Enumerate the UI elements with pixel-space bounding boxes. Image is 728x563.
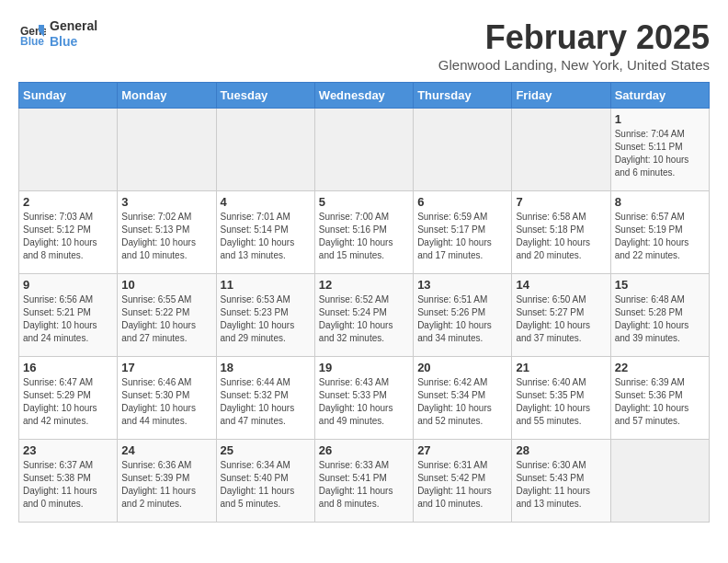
calendar-row-1: 2Sunrise: 7:03 AM Sunset: 5:12 PM Daylig… xyxy=(19,191,710,274)
calendar-cell: 1Sunrise: 7:04 AM Sunset: 5:11 PM Daylig… xyxy=(610,109,709,191)
calendar-table: SundayMondayTuesdayWednesdayThursdayFrid… xyxy=(18,82,710,523)
day-number: 25 xyxy=(221,443,311,457)
weekday-header-friday: Friday xyxy=(512,83,610,109)
day-number: 15 xyxy=(615,278,705,292)
calendar-cell: 2Sunrise: 7:03 AM Sunset: 5:12 PM Daylig… xyxy=(19,191,118,274)
calendar-cell: 12Sunrise: 6:52 AM Sunset: 5:24 PM Dayli… xyxy=(314,274,413,357)
calendar-cell xyxy=(19,109,118,191)
day-number: 20 xyxy=(417,361,507,374)
calendar-cell: 27Sunrise: 6:31 AM Sunset: 5:42 PM Dayli… xyxy=(414,440,512,523)
day-number: 12 xyxy=(319,278,409,292)
weekday-header-tuesday: Tuesday xyxy=(216,83,314,109)
day-detail: Sunrise: 7:03 AM Sunset: 5:12 PM Dayligh… xyxy=(23,211,113,262)
day-number: 23 xyxy=(23,443,113,457)
weekday-header-saturday: Saturday xyxy=(610,83,709,109)
calendar-cell: 8Sunrise: 6:57 AM Sunset: 5:19 PM Daylig… xyxy=(610,191,709,274)
day-number: 6 xyxy=(417,195,507,209)
day-number: 21 xyxy=(516,361,606,374)
calendar-cell xyxy=(512,109,610,191)
day-detail: Sunrise: 6:50 AM Sunset: 5:27 PM Dayligh… xyxy=(516,293,606,345)
day-detail: Sunrise: 6:56 AM Sunset: 5:21 PM Dayligh… xyxy=(23,293,113,345)
page-header: General Blue General Blue February 2025 … xyxy=(18,18,710,73)
logo-blue: Blue xyxy=(50,34,97,50)
calendar-cell: 26Sunrise: 6:33 AM Sunset: 5:41 PM Dayli… xyxy=(314,440,413,523)
calendar-cell: 24Sunrise: 6:36 AM Sunset: 5:39 PM Dayli… xyxy=(118,440,216,523)
day-detail: Sunrise: 6:39 AM Sunset: 5:36 PM Dayligh… xyxy=(615,376,705,428)
calendar-cell: 14Sunrise: 6:50 AM Sunset: 5:27 PM Dayli… xyxy=(512,274,610,357)
logo-icon: General Blue xyxy=(18,20,46,48)
day-number: 17 xyxy=(121,361,211,374)
day-number: 10 xyxy=(121,278,211,292)
day-detail: Sunrise: 7:04 AM Sunset: 5:11 PM Dayligh… xyxy=(615,128,705,179)
calendar-cell: 18Sunrise: 6:44 AM Sunset: 5:32 PM Dayli… xyxy=(216,357,314,440)
calendar-cell: 4Sunrise: 7:01 AM Sunset: 5:14 PM Daylig… xyxy=(216,191,314,274)
day-detail: Sunrise: 6:58 AM Sunset: 5:18 PM Dayligh… xyxy=(516,211,606,262)
day-detail: Sunrise: 7:01 AM Sunset: 5:14 PM Dayligh… xyxy=(221,211,311,262)
day-detail: Sunrise: 7:00 AM Sunset: 5:16 PM Dayligh… xyxy=(319,211,409,262)
calendar-cell: 10Sunrise: 6:55 AM Sunset: 5:22 PM Dayli… xyxy=(118,274,216,357)
day-number: 14 xyxy=(516,278,606,292)
calendar-cell: 23Sunrise: 6:37 AM Sunset: 5:38 PM Dayli… xyxy=(19,440,118,523)
calendar-cell: 16Sunrise: 6:47 AM Sunset: 5:29 PM Dayli… xyxy=(19,357,118,440)
location: Glenwood Landing, New York, United State… xyxy=(438,57,710,73)
calendar-cell: 19Sunrise: 6:43 AM Sunset: 5:33 PM Dayli… xyxy=(314,357,413,440)
calendar-cell: 3Sunrise: 7:02 AM Sunset: 5:13 PM Daylig… xyxy=(118,191,216,274)
day-number: 3 xyxy=(121,195,211,209)
weekday-header-wednesday: Wednesday xyxy=(314,83,413,109)
day-detail: Sunrise: 6:52 AM Sunset: 5:24 PM Dayligh… xyxy=(319,293,409,345)
day-detail: Sunrise: 6:46 AM Sunset: 5:30 PM Dayligh… xyxy=(121,376,211,428)
calendar-row-0: 1Sunrise: 7:04 AM Sunset: 5:11 PM Daylig… xyxy=(19,109,710,191)
day-detail: Sunrise: 6:42 AM Sunset: 5:34 PM Dayligh… xyxy=(417,376,507,428)
day-detail: Sunrise: 6:47 AM Sunset: 5:29 PM Dayligh… xyxy=(23,376,113,428)
day-number: 8 xyxy=(615,195,705,209)
day-number: 9 xyxy=(23,278,113,292)
day-detail: Sunrise: 6:48 AM Sunset: 5:28 PM Dayligh… xyxy=(615,293,705,345)
day-detail: Sunrise: 6:34 AM Sunset: 5:40 PM Dayligh… xyxy=(221,459,311,511)
month-title: February 2025 xyxy=(438,18,710,57)
day-detail: Sunrise: 6:57 AM Sunset: 5:19 PM Dayligh… xyxy=(615,211,705,262)
day-detail: Sunrise: 6:36 AM Sunset: 5:39 PM Dayligh… xyxy=(121,459,211,511)
day-number: 16 xyxy=(23,361,113,374)
calendar-cell: 17Sunrise: 6:46 AM Sunset: 5:30 PM Dayli… xyxy=(118,357,216,440)
day-detail: Sunrise: 6:55 AM Sunset: 5:22 PM Dayligh… xyxy=(121,293,211,345)
weekday-header-sunday: Sunday xyxy=(19,83,118,109)
day-number: 27 xyxy=(417,443,507,457)
calendar-cell xyxy=(314,109,413,191)
day-detail: Sunrise: 6:37 AM Sunset: 5:38 PM Dayligh… xyxy=(23,459,113,511)
weekday-header-row: SundayMondayTuesdayWednesdayThursdayFrid… xyxy=(19,83,710,109)
weekday-header-thursday: Thursday xyxy=(414,83,512,109)
day-number: 5 xyxy=(319,195,409,209)
calendar-cell: 6Sunrise: 6:59 AM Sunset: 5:17 PM Daylig… xyxy=(414,191,512,274)
weekday-header-monday: Monday xyxy=(118,83,216,109)
calendar-cell xyxy=(414,109,512,191)
calendar-cell: 15Sunrise: 6:48 AM Sunset: 5:28 PM Dayli… xyxy=(610,274,709,357)
day-number: 13 xyxy=(417,278,507,292)
day-detail: Sunrise: 6:30 AM Sunset: 5:43 PM Dayligh… xyxy=(516,459,606,511)
day-detail: Sunrise: 6:31 AM Sunset: 5:42 PM Dayligh… xyxy=(417,459,507,511)
day-detail: Sunrise: 6:33 AM Sunset: 5:41 PM Dayligh… xyxy=(319,459,409,511)
day-detail: Sunrise: 7:02 AM Sunset: 5:13 PM Dayligh… xyxy=(121,211,211,262)
day-number: 2 xyxy=(23,195,113,209)
calendar-cell: 7Sunrise: 6:58 AM Sunset: 5:18 PM Daylig… xyxy=(512,191,610,274)
svg-text:Blue: Blue xyxy=(20,35,44,48)
logo-general: General xyxy=(50,18,97,34)
calendar-cell xyxy=(610,440,709,523)
calendar-row-2: 9Sunrise: 6:56 AM Sunset: 5:21 PM Daylig… xyxy=(19,274,710,357)
calendar-row-3: 16Sunrise: 6:47 AM Sunset: 5:29 PM Dayli… xyxy=(19,357,710,440)
day-detail: Sunrise: 6:59 AM Sunset: 5:17 PM Dayligh… xyxy=(417,211,507,262)
calendar-cell: 22Sunrise: 6:39 AM Sunset: 5:36 PM Dayli… xyxy=(610,357,709,440)
day-detail: Sunrise: 6:44 AM Sunset: 5:32 PM Dayligh… xyxy=(221,376,311,428)
day-number: 1 xyxy=(615,112,705,126)
calendar-cell: 20Sunrise: 6:42 AM Sunset: 5:34 PM Dayli… xyxy=(414,357,512,440)
day-number: 7 xyxy=(516,195,606,209)
calendar-cell: 25Sunrise: 6:34 AM Sunset: 5:40 PM Dayli… xyxy=(216,440,314,523)
day-detail: Sunrise: 6:40 AM Sunset: 5:35 PM Dayligh… xyxy=(516,376,606,428)
calendar-cell xyxy=(216,109,314,191)
day-number: 19 xyxy=(319,361,409,374)
day-detail: Sunrise: 6:51 AM Sunset: 5:26 PM Dayligh… xyxy=(417,293,507,345)
day-number: 11 xyxy=(221,278,311,292)
title-block: February 2025 Glenwood Landing, New York… xyxy=(438,18,710,73)
day-detail: Sunrise: 6:53 AM Sunset: 5:23 PM Dayligh… xyxy=(221,293,311,345)
calendar-cell: 11Sunrise: 6:53 AM Sunset: 5:23 PM Dayli… xyxy=(216,274,314,357)
calendar-cell: 21Sunrise: 6:40 AM Sunset: 5:35 PM Dayli… xyxy=(512,357,610,440)
